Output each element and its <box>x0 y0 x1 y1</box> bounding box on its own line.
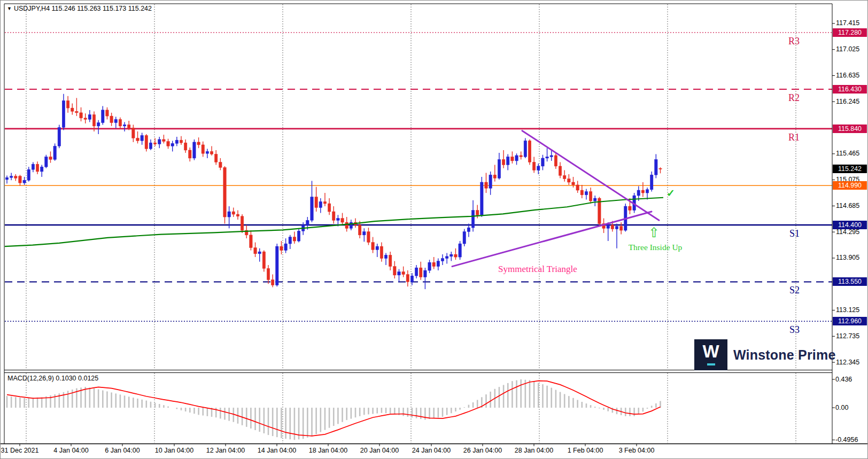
candle-body <box>650 175 653 190</box>
candle-body <box>371 243 374 250</box>
candle-body <box>454 254 457 257</box>
candle-body <box>424 270 427 277</box>
candle-body <box>471 211 474 228</box>
candle-body <box>467 228 470 232</box>
checkmark-icon[interactable]: ✓ <box>666 187 675 199</box>
candle-body <box>280 246 283 251</box>
candle-body <box>393 267 396 275</box>
candle-body <box>119 119 121 126</box>
candle-body <box>332 212 335 220</box>
candle-body <box>41 167 43 172</box>
symmetrical-triangle-annotation[interactable]: Symmetrical Triangle <box>498 264 577 275</box>
candle-body <box>262 252 265 268</box>
candle-body <box>267 268 269 279</box>
candle-body <box>84 118 87 120</box>
candle-body <box>180 140 182 143</box>
candle-body <box>550 155 553 157</box>
candle-body <box>293 237 296 242</box>
trading-chart-window: ▼USDJPY,H4 115.246 115.263 115.173 115.2… <box>0 0 868 459</box>
candle-body <box>88 115 91 120</box>
candle-body <box>515 155 518 161</box>
candle-body <box>276 246 278 285</box>
candle-body <box>92 115 95 126</box>
candle-body <box>337 219 339 221</box>
triangle-support-line[interactable] <box>452 212 652 267</box>
candle-body <box>611 225 614 229</box>
candle-body <box>97 123 99 126</box>
candle-body <box>58 127 60 146</box>
candle-body <box>219 162 222 167</box>
candle-body <box>384 255 387 258</box>
candle-body <box>345 222 348 228</box>
candle-body <box>297 231 300 241</box>
candle-body <box>585 192 587 195</box>
candle-body <box>619 227 622 231</box>
three-inside-up-annotation[interactable]: Three Inside Up <box>615 243 695 252</box>
candle-body <box>410 276 413 282</box>
candle-body <box>493 175 496 178</box>
candle-body <box>655 159 657 175</box>
candle-body <box>232 212 235 214</box>
candle-body <box>132 128 135 138</box>
candle-body <box>459 244 461 257</box>
candle-body <box>114 119 117 122</box>
candle-body <box>315 197 317 208</box>
moving-average-line <box>5 198 663 246</box>
candle-body <box>14 176 17 178</box>
candle-body <box>306 220 309 225</box>
candle-body <box>589 192 592 201</box>
candle-body <box>398 272 400 275</box>
candle-body <box>615 227 618 229</box>
candle-body <box>476 211 479 215</box>
candle-body <box>27 169 30 180</box>
candle-body <box>223 167 226 217</box>
candle-body <box>428 262 431 270</box>
candle-body <box>241 216 243 230</box>
candle-body <box>402 272 405 275</box>
candle-body <box>175 140 178 143</box>
candle-body <box>463 232 466 244</box>
candle-body <box>507 157 509 165</box>
candle-body <box>110 116 113 123</box>
candle-body <box>102 110 104 123</box>
candle-body <box>284 244 287 251</box>
candle-body <box>311 197 313 221</box>
candle-body <box>206 151 208 153</box>
symbol-dropdown-arrow-icon[interactable]: ▼ <box>7 6 12 11</box>
candle-body <box>437 261 439 267</box>
candle-body <box>210 151 213 154</box>
candle-body <box>450 254 453 256</box>
up-arrow-icon[interactable]: ⇧ <box>648 225 660 240</box>
candle-body <box>572 182 575 185</box>
candle-body <box>363 232 366 235</box>
candle-body <box>189 150 191 158</box>
triangle-resistance-line[interactable] <box>522 131 659 221</box>
candle-body <box>250 235 252 248</box>
candle-body <box>594 198 596 201</box>
candle-body <box>641 190 644 193</box>
candle-body <box>153 143 156 144</box>
candle-body <box>367 232 370 243</box>
candle-body <box>568 179 570 182</box>
candle-body <box>563 175 566 178</box>
candle-body <box>537 166 540 170</box>
candle-body <box>289 237 291 244</box>
candle-body <box>554 155 557 166</box>
candle-body <box>193 142 196 158</box>
candle-body <box>328 204 330 212</box>
candle-body <box>184 143 187 150</box>
candle-body <box>145 135 148 149</box>
candle-body <box>380 246 383 259</box>
candle-body <box>167 142 169 146</box>
candle-body <box>45 157 48 167</box>
candle-body <box>128 125 130 128</box>
candle-body <box>49 157 52 159</box>
candle-body <box>123 125 126 126</box>
candle-body <box>580 190 583 195</box>
candle-body <box>215 154 218 162</box>
candle-body <box>432 262 435 267</box>
candle-body <box>607 225 609 228</box>
price-chart-canvas[interactable] <box>1 1 868 459</box>
candle-body <box>258 252 261 254</box>
candle-body <box>559 166 561 176</box>
